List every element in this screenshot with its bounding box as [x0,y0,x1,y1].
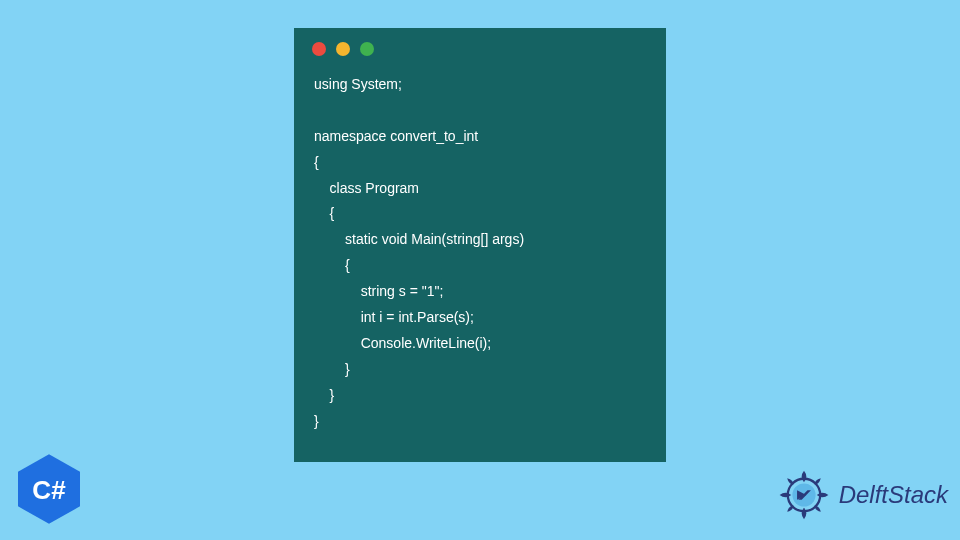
window-titlebar [294,28,666,64]
delftstack-emblem-icon [775,466,833,524]
csharp-label: C# [32,475,66,505]
minimize-icon[interactable] [336,42,350,56]
code-content: using System; namespace convert_to_int {… [294,64,666,444]
maximize-icon[interactable] [360,42,374,56]
close-icon[interactable] [312,42,326,56]
delftstack-logo: DelftStack [775,466,948,524]
delftstack-label: DelftStack [839,481,948,509]
code-window: using System; namespace convert_to_int {… [294,28,666,462]
csharp-logo-icon: C# [18,454,80,524]
